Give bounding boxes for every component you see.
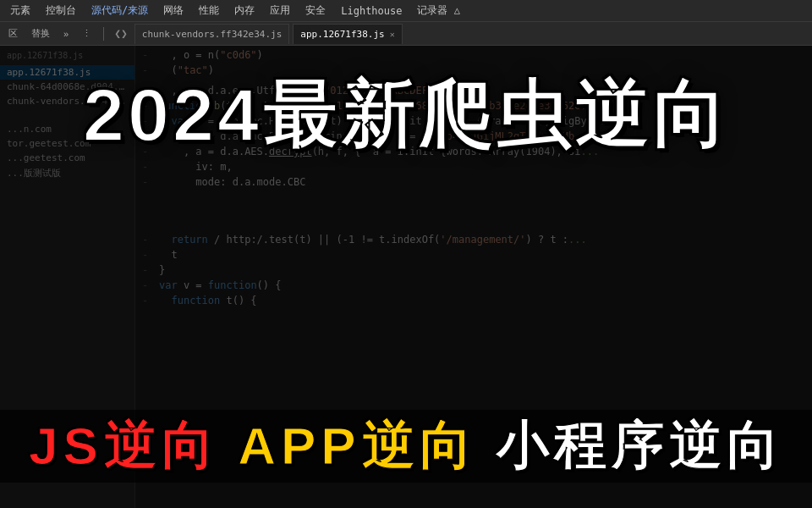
subtitle-js: JS逆向 <box>29 417 218 475</box>
topbar-application[interactable]: 应用 <box>263 2 297 19</box>
devtools-topbar: 元素 控制台 源代码/来源 网络 性能 内存 应用 安全 Lighthouse … <box>0 0 812 22</box>
topbar-sources[interactable]: 源代码/来源 <box>85 2 155 19</box>
sub-title-container: JS逆向 APP逆向 小程序逆向 <box>0 410 812 483</box>
topbar-performance[interactable]: 性能 <box>192 2 226 19</box>
topbar-network[interactable]: 网络 <box>156 2 190 19</box>
file-tab-app[interactable]: app.12671f38.js ✕ <box>293 24 402 44</box>
subtitle-miniapp: 小程序逆向 <box>476 417 783 475</box>
devtools-toolbar: 区 替换 » ⋮ ❮❯ chunk-vendors.ff342e34.js ap… <box>0 22 812 46</box>
big-title-container: 2024最新爬虫逆向 <box>0 78 812 152</box>
subtitle-app: APP逆向 <box>218 417 476 475</box>
topbar-elements[interactable]: 元素 <box>3 2 37 19</box>
toolbar-zone-btn[interactable]: 区 <box>3 25 23 41</box>
toolbar-replace-btn[interactable]: 替换 <box>26 25 55 41</box>
toolbar-divider <box>103 27 104 41</box>
topbar-console[interactable]: 控制台 <box>39 2 83 19</box>
topbar-lighthouse[interactable]: Lighthouse <box>334 3 409 19</box>
toolbar-more-btn[interactable]: » <box>58 27 74 41</box>
toolbar-file-icon: ❮❯ <box>111 27 131 40</box>
topbar-security[interactable]: 安全 <box>299 2 332 19</box>
topbar-memory[interactable]: 内存 <box>228 2 261 19</box>
file-tab-close-icon[interactable]: ✕ <box>390 30 395 39</box>
main-content: app.12671f38.js app.12671f38.js chunk-64… <box>0 46 812 508</box>
sub-title-text: JS逆向 APP逆向 小程序逆向 <box>29 417 783 475</box>
big-title-text: 2024最新爬虫逆向 <box>0 78 812 152</box>
topbar-recorder[interactable]: 记录器 △ <box>410 2 466 19</box>
file-tab-vendors[interactable]: chunk-vendors.ff342e34.js <box>134 24 290 44</box>
toolbar-menu-btn[interactable]: ⋮ <box>77 26 96 41</box>
